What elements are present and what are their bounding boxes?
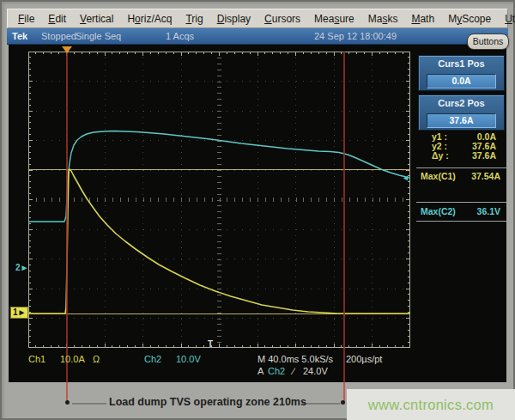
curs1-pos-title: Curs1 Pos (419, 58, 504, 69)
resolution-readout: 200µs/pt (346, 354, 382, 364)
cursor-y2-row: y2 : 37.6A (432, 141, 496, 150)
max-c2-label: Max(C2) (421, 206, 456, 216)
menu-bar: FileEditVerticalHoriz/AcqTrigDisplayCurs… (7, 9, 508, 28)
menu-item-myscope[interactable]: MyScope (441, 13, 498, 25)
trigger-position-icon[interactable] (62, 46, 72, 53)
timebase-readout: M 40.0ms 5.0kS/s (258, 354, 333, 364)
ch1-coupling: Ω (93, 354, 100, 364)
curs2-pos-control: Curs2 Pos 37.6A (418, 94, 505, 131)
menu-item-math[interactable]: Math (404, 13, 441, 25)
zone-cursor-right-extension (343, 382, 345, 402)
trigger-level: 24.0V (303, 366, 328, 376)
curs2-pos-title: Curs2 Pos (419, 98, 504, 108)
menu-item-edit[interactable]: Edit (41, 13, 73, 25)
scope-screen: 2► 1► ◄ T Ch1 10.0A Ω Ch2 10.0V M 40.0ms… (9, 45, 506, 382)
ch2-reference-marker[interactable]: 2► (15, 263, 28, 272)
dy-value: 37.6A (472, 150, 496, 160)
acquisition-state: Stopped (41, 31, 76, 41)
y1-label: y1 : (432, 131, 447, 141)
watermark: www.cntronics.com (347, 389, 515, 420)
max-c1-value: 37.54A (471, 171, 500, 181)
zone-cursor-left[interactable] (66, 52, 68, 382)
ch1-reference-marker[interactable]: 1► (10, 307, 28, 319)
trigger-slope-icon: ∕ (293, 366, 294, 376)
curs1-pos-control: Curs1 Pos 0.0A (418, 55, 505, 91)
ch1-readout-name[interactable]: Ch1 (28, 354, 45, 364)
trigger-prefix: A (258, 366, 264, 376)
annotation-text: Load dump TVS operating zone 210ms (109, 396, 306, 408)
trigger-source: Ch2 (268, 366, 285, 376)
annotation-line-left (72, 403, 106, 405)
measurement-max-c2: Max(C2) 36.1V (421, 206, 500, 216)
measurement-max-c1: Max(C1) 37.54A (421, 171, 500, 181)
cursor-dy-row: Δy : 37.6A (432, 150, 496, 160)
menu-item-trig[interactable]: Trig (179, 13, 209, 25)
menu-item-vertical[interactable]: Vertical (73, 13, 120, 25)
max-c2-value: 36.1V (477, 206, 500, 216)
menu-item-masks[interactable]: Masks (361, 13, 405, 25)
curs2-pos-value[interactable]: 37.6A (427, 113, 496, 128)
ch2-readout-name[interactable]: Ch2 (144, 354, 161, 364)
acquisition-mode: Single Seq (76, 31, 121, 41)
zone-cursor-right[interactable] (343, 52, 345, 382)
max-c1-label: Max(C1) (421, 171, 456, 181)
menu-item-cursors[interactable]: Cursors (258, 13, 307, 25)
y1-value: 0.0A (477, 131, 496, 141)
curs1-pos-value[interactable]: 0.0A (427, 74, 496, 88)
status-bar: Tek Stopped Single Seq 1 Acqs 24 Sep 12 … (7, 28, 508, 45)
divider (416, 167, 506, 168)
annotation-dot-right (341, 400, 345, 405)
menu-item-horizacq[interactable]: Horiz/Acq (120, 13, 179, 25)
dy-label: Δy : (432, 150, 449, 160)
y2-label: y2 : (432, 141, 447, 150)
menu-item-measure[interactable]: Measure (307, 13, 361, 25)
buttons-button[interactable]: Buttons (467, 33, 509, 50)
cursor-y1-row: y1 : 0.0A (432, 131, 496, 141)
menu-item-file[interactable]: File (11, 13, 41, 25)
annotation-dot-left (65, 400, 70, 405)
oscilloscope-window: { "menu": { "items": [ {"label":"File","… (0, 0, 515, 420)
divider (416, 221, 506, 222)
datetime: 24 Sep 12 18:00:49 (314, 31, 397, 41)
expansion-point-icon: T (208, 339, 213, 349)
ch1-scale: 10.0A (60, 354, 85, 364)
annotation-line-right (302, 403, 340, 405)
y2-value: 37.6A (472, 141, 496, 150)
divider (416, 202, 506, 203)
acquisition-count: 1 Acqs (166, 31, 194, 41)
ch2-trace-end-icon: ◄ (402, 173, 409, 182)
ch2-scale: 10.0V (176, 354, 201, 364)
menu-item-display[interactable]: Display (210, 13, 258, 25)
cursor-control-panel: Curs1 Pos 0.0A Curs2 Pos 37.6A y1 : 0.0A… (418, 45, 506, 382)
tek-logo: Tek (12, 31, 27, 41)
graticule (28, 52, 410, 348)
menu-item-utilities[interactable]: Utilities (498, 13, 515, 25)
zone-cursor-left-extension (66, 382, 68, 402)
